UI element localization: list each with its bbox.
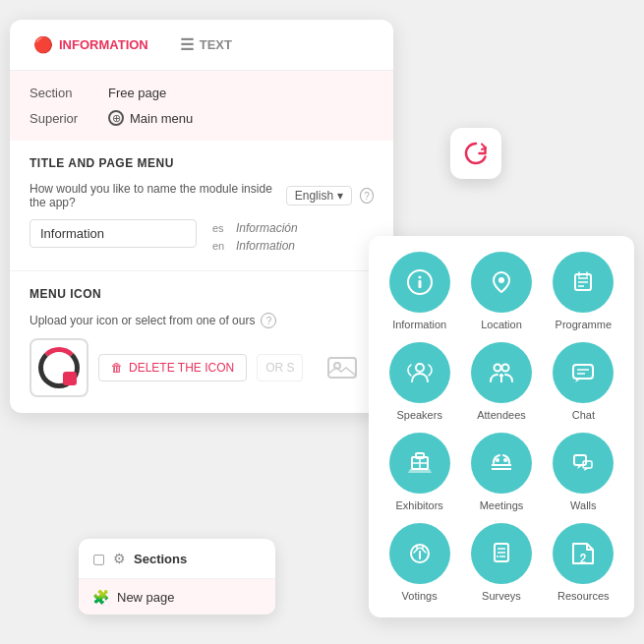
svg-rect-28 [574,455,586,465]
icon-item-resources[interactable]: Resources [549,523,618,602]
programme-icon [567,266,599,298]
sections-panel: ▢ ⚙ Sections 🧩 New page [79,539,275,615]
location-icon [486,266,517,298]
svg-point-34 [497,556,498,557]
surveys-icon [486,538,517,569]
superior-label: Superior [29,111,108,126]
exhibitors-circle [389,433,450,494]
lang-code-en: en [212,240,228,252]
icon-item-walls[interactable]: Walls [549,433,618,511]
superior-row: Superior ⊕ Main menu [29,105,374,131]
translations-list: es Información en Information [212,219,298,255]
sections-gear-icon[interactable]: ⚙ [113,551,126,566]
section-label: Section [29,86,108,100]
speakers-label: Speakers [396,409,441,421]
meetings-label: Meetings [480,499,524,511]
svg-point-4 [418,276,421,279]
new-page-item[interactable]: 🧩 New page [79,579,275,615]
svg-rect-0 [328,358,356,378]
refresh-button[interactable] [450,128,501,179]
upload-help-icon[interactable]: ? [261,313,276,328]
votings-icon [404,538,436,569]
tab-text[interactable]: ☰ TEXT [172,31,240,58]
translation-en-text: Information [236,239,295,253]
icon-item-location[interactable]: Location [466,252,536,330]
icon-item-programme[interactable]: Programme [549,252,618,330]
surveys-circle [471,523,532,584]
programme-circle [553,252,614,313]
votings-circle [389,523,450,584]
icons-panel: Information Location [369,236,634,617]
icon-preview [29,338,88,397]
icon-upload-area: 🗑 DELETE THE ICON OR S [29,338,374,397]
svg-point-14 [501,365,508,372]
icon-item-surveys[interactable]: Surveys [466,523,536,602]
meetings-circle [471,433,532,494]
walls-icon [567,447,599,479]
spinner-corner [63,372,77,385]
spinner-icon [38,347,80,388]
information-tab-icon: 🔴 [33,35,53,54]
meetings-icon [486,447,517,479]
title-menu-heading: TITLE AND PAGE MENU [29,156,374,170]
chat-icon [567,357,599,388]
language-value: English [295,189,333,203]
section-value: Free page [108,86,166,100]
attendees-icon [486,357,517,388]
name-question: How would you like to name the module in… [29,182,374,209]
votings-label: Votings [402,590,438,602]
chevron-down-icon: ▾ [337,189,343,203]
information-circle [389,252,450,313]
translation-es: es Información [212,219,298,237]
tab-text-label: TEXT [200,37,232,52]
title-menu-section: TITLE AND PAGE MENU How would you like t… [10,141,393,270]
programme-label: Programme [556,319,612,330]
translation-es-text: Información [236,221,298,235]
info-table: Section Free page Superior ⊕ Main menu [10,71,393,141]
resources-icon [567,538,599,569]
chat-label: Chat [572,409,595,421]
delete-icon-button[interactable]: 🗑 DELETE THE ICON [98,354,247,381]
svg-point-5 [498,277,504,283]
walls-label: Walls [570,499,596,511]
svg-point-12 [416,364,424,372]
icon-item-speakers[interactable]: Speakers [384,342,454,421]
or-separator: OR S [257,354,303,381]
lang-code-es: es [212,222,228,234]
icon-item-votings[interactable]: Votings [384,523,454,602]
trash-icon: 🗑 [111,361,123,375]
icon-item-meetings[interactable]: Meetings [466,433,536,511]
sections-header: ▢ ⚙ Sections [79,539,275,579]
language-select[interactable]: English ▾ [286,186,352,205]
information-label: Information [392,319,446,330]
circle-icon: ⊕ [108,110,124,126]
section-row: Section Free page [29,81,374,105]
text-tab-icon: ☰ [180,35,194,54]
icon-item-exhibitors[interactable]: Exhibitors [384,433,454,511]
information-icon [404,266,436,298]
icon-item-chat[interactable]: Chat [549,342,618,421]
tab-information[interactable]: 🔴 INFORMATION [26,31,156,58]
module-name-input[interactable] [29,219,197,248]
help-icon[interactable]: ? [360,188,374,204]
puzzle-icon: 🧩 [92,589,109,605]
attendees-circle [471,342,532,403]
gallery-placeholder[interactable] [313,338,372,397]
svg-rect-21 [416,453,424,458]
resources-label: Resources [557,590,610,602]
speakers-icon [404,357,436,388]
exhibitors-icon [404,447,436,479]
sections-collapse-icon[interactable]: ▢ [92,551,105,566]
location-circle [471,252,532,313]
svg-point-27 [503,458,507,462]
exhibitors-label: Exhibitors [396,499,443,511]
icon-item-attendees[interactable]: Attendees [466,342,536,421]
icons-grid: Information Location [384,252,618,602]
icon-item-information[interactable]: Information [384,252,454,330]
svg-point-13 [494,365,500,372]
upload-label: Upload your icon or select from one of o… [29,313,374,328]
walls-circle [553,433,614,494]
gallery-icon [324,350,360,385]
location-label: Location [481,319,522,330]
svg-rect-3 [418,280,421,288]
